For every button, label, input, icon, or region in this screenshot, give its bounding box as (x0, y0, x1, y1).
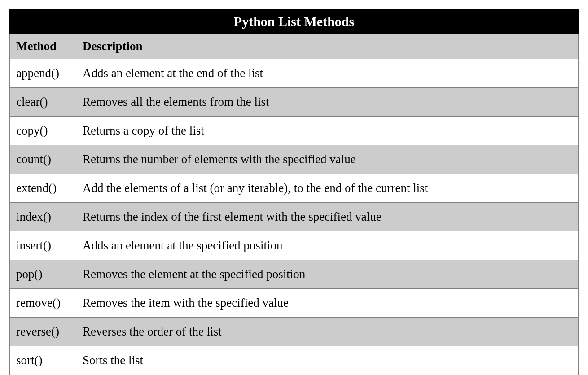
table-title: Python List Methods (9, 9, 579, 34)
header-description: Description (76, 34, 579, 59)
header-method: Method (10, 34, 76, 59)
cell-description: Returns the number of elements with the … (76, 145, 579, 174)
cell-method: extend() (10, 174, 76, 203)
cell-description: Removes the element at the specified pos… (76, 260, 579, 289)
table-row: clear() Removes all the elements from th… (10, 88, 579, 117)
table-header-row: Method Description (10, 34, 579, 59)
table-row: copy() Returns a copy of the list (10, 117, 579, 145)
cell-method: append() (10, 59, 76, 88)
table-row: insert() Adds an element at the specifie… (10, 231, 579, 260)
cell-method: pop() (10, 260, 76, 289)
cell-method: clear() (10, 88, 76, 117)
table-row: reverse() Reverses the order of the list (10, 318, 579, 346)
cell-description: Add the elements of a list (or any itera… (76, 174, 579, 203)
cell-description: Returns a copy of the list (76, 117, 579, 145)
cell-method: index() (10, 203, 76, 231)
cell-method: reverse() (10, 318, 76, 346)
cell-description: Reverses the order of the list (76, 318, 579, 346)
table-row: pop() Removes the element at the specifi… (10, 260, 579, 289)
table-row: extend() Add the elements of a list (or … (10, 174, 579, 203)
cell-method: count() (10, 145, 76, 174)
table-row: index() Returns the index of the first e… (10, 203, 579, 231)
cell-method: copy() (10, 117, 76, 145)
cell-description: Sorts the list (76, 346, 579, 375)
cell-method: remove() (10, 289, 76, 318)
cell-description: Removes all the elements from the list (76, 88, 579, 117)
cell-description: Adds an element at the specified positio… (76, 231, 579, 260)
methods-table-container: Python List Methods Method Description a… (9, 9, 579, 375)
cell-description: Adds an element at the end of the list (76, 59, 579, 88)
table-row: remove() Removes the item with the speci… (10, 289, 579, 318)
table-row: count() Returns the number of elements w… (10, 145, 579, 174)
cell-description: Removes the item with the specified valu… (76, 289, 579, 318)
cell-description: Returns the index of the first element w… (76, 203, 579, 231)
cell-method: sort() (10, 346, 76, 375)
table-row: append() Adds an element at the end of t… (10, 59, 579, 88)
table-row: sort() Sorts the list (10, 346, 579, 375)
cell-method: insert() (10, 231, 76, 260)
methods-table: Method Description append() Adds an elem… (9, 34, 579, 375)
